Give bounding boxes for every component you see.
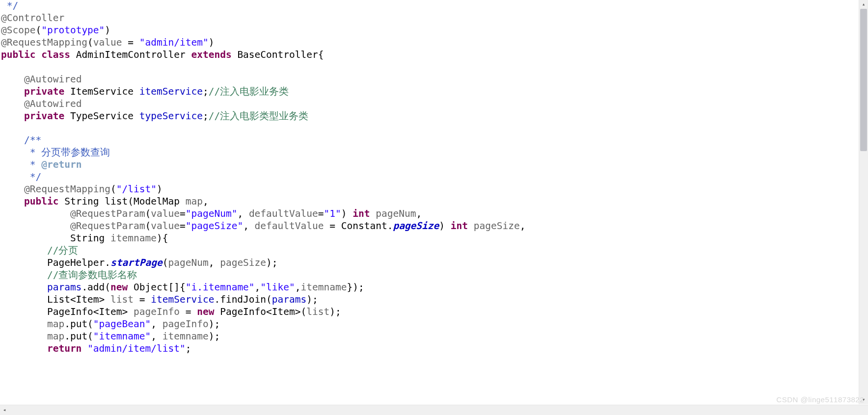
annotation-controller: @Controller — [1, 12, 64, 24]
code-token: */ — [1, 0, 18, 11]
comment: //分页 — [47, 245, 78, 256]
annotation-requestmapping: @RequestMapping — [1, 37, 87, 48]
comment: //查询参数电影名称 — [47, 269, 137, 281]
comment: //注入电影业务类 — [209, 86, 289, 97]
annotation-autowired: @Autowired — [24, 98, 81, 109]
editor-viewport: { "watermark":"CSDN @linge511873822", "c… — [0, 0, 868, 415]
horizontal-scrollbar[interactable]: ◂ — [0, 405, 868, 415]
javadoc-end: */ — [1, 171, 41, 182]
code-editor[interactable]: */ @Controller @Scope("prototype") @Requ… — [0, 0, 858, 404]
vertical-scrollbar[interactable]: ▴ ▾ — [859, 0, 868, 404]
scroll-thumb[interactable] — [860, 9, 867, 151]
keyword-public: public — [1, 49, 35, 60]
scroll-left-icon[interactable]: ◂ — [0, 405, 9, 415]
javadoc-return: @return — [41, 159, 81, 170]
watermark-text: CSDN @linge511873822 — [776, 395, 864, 404]
annotation-scope: @Scope — [1, 25, 35, 36]
scroll-up-icon[interactable]: ▴ — [859, 0, 868, 9]
javadoc-start: /** — [24, 134, 41, 146]
comment: //注入电影类型业务类 — [209, 110, 308, 122]
annotation-requestmapping: @RequestMapping — [24, 183, 110, 195]
annotation-autowired: @Autowired — [24, 74, 81, 85]
code-content: */ @Controller @Scope("prototype") @Requ… — [0, 0, 858, 355]
